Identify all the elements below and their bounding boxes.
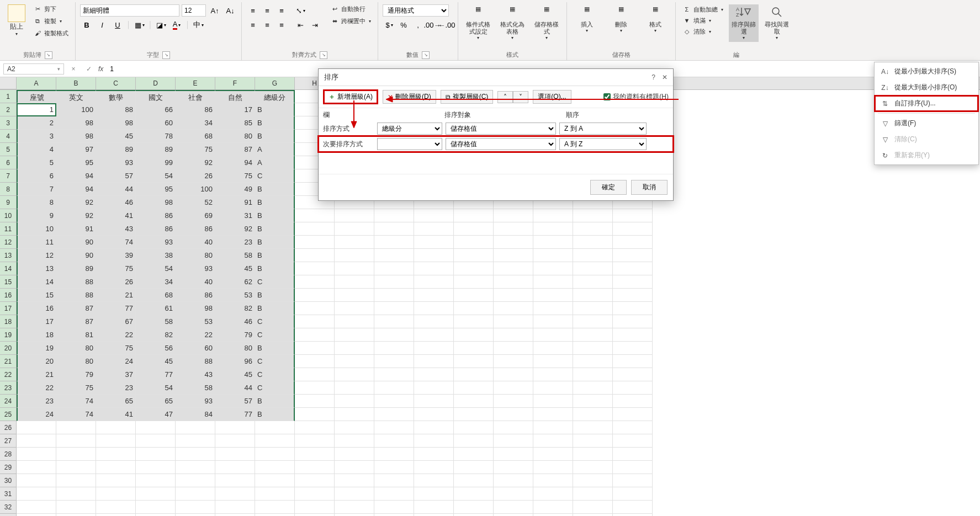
cell[interactable]: 13 [17, 262, 56, 275]
cell[interactable] [374, 474, 414, 487]
cell[interactable] [494, 236, 533, 249]
cell[interactable] [454, 368, 494, 381]
cell[interactable]: 100 [56, 103, 96, 116]
cell[interactable] [215, 461, 255, 474]
cell[interactable] [414, 355, 454, 368]
cell[interactable]: 45 [215, 262, 255, 275]
row-header[interactable]: 28 [0, 448, 17, 461]
sort-order-select[interactable]: A 到 Z [559, 138, 647, 150]
cell[interactable] [295, 355, 335, 368]
insert-button[interactable]: ▦插入▾ [571, 4, 602, 35]
cell[interactable] [176, 421, 215, 434]
row-header[interactable]: 33 [0, 514, 17, 516]
cell[interactable] [374, 408, 414, 421]
cell[interactable] [17, 474, 56, 487]
fill-button[interactable]: ▼填滿▾ [680, 15, 725, 25]
row-header[interactable]: 13 [0, 249, 17, 262]
row-header[interactable]: 22 [0, 368, 17, 381]
cell[interactable] [613, 289, 653, 302]
cell[interactable]: 95 [56, 156, 96, 169]
cell[interactable] [215, 421, 255, 434]
cell[interactable] [533, 408, 573, 421]
cell[interactable] [374, 342, 414, 355]
add-level-button[interactable]: ＋新增層級(A) [323, 89, 378, 104]
cell[interactable] [454, 421, 494, 434]
cell[interactable] [96, 421, 136, 434]
cell[interactable]: B [255, 262, 295, 275]
cell[interactable] [454, 328, 494, 342]
font-launcher[interactable]: ↘ [162, 51, 170, 59]
cell[interactable]: 22 [176, 328, 215, 342]
cell[interactable] [533, 381, 573, 395]
clipboard-launcher[interactable]: ↘ [45, 51, 52, 59]
cell[interactable] [96, 487, 136, 501]
cell[interactable] [17, 487, 56, 501]
cell[interactable] [533, 222, 573, 236]
cell[interactable]: 54 [136, 262, 176, 275]
cell[interactable] [533, 474, 573, 487]
cell[interactable] [176, 474, 215, 487]
cell[interactable]: C [255, 315, 295, 328]
cell[interactable]: 77 [136, 368, 176, 381]
cell[interactable]: 44 [215, 381, 255, 395]
sort-options-button[interactable]: 選項(O)... [533, 90, 571, 104]
cell[interactable] [454, 262, 494, 275]
row-header[interactable]: 5 [0, 143, 17, 156]
decrease-decimal-button[interactable]: ←.00 [440, 19, 453, 31]
cell[interactable] [96, 474, 136, 487]
row-header[interactable]: 32 [0, 501, 17, 514]
cell[interactable]: 82 [215, 302, 255, 315]
cell[interactable]: 84 [176, 408, 215, 421]
wrap-text-button[interactable]: ↩自動換行 [328, 3, 373, 14]
cell[interactable] [494, 328, 533, 342]
column-header[interactable]: D [136, 77, 176, 89]
cell[interactable]: 22 [96, 328, 136, 342]
cell[interactable]: 93 [136, 236, 176, 249]
cell[interactable] [533, 434, 573, 448]
align-right-button[interactable]: ≡ [275, 19, 288, 31]
cell[interactable]: 國文 [136, 90, 176, 103]
cell[interactable]: 24 [17, 408, 56, 421]
cell[interactable] [295, 222, 335, 236]
cell[interactable] [494, 262, 533, 275]
enter-fx-button[interactable]: ✓ [83, 65, 95, 73]
cell[interactable] [533, 289, 573, 302]
cell[interactable] [454, 315, 494, 328]
menu-custom-sort[interactable]: ⇅自訂排序(U)... [875, 95, 978, 111]
cell[interactable] [494, 342, 533, 355]
cell[interactable] [136, 487, 176, 501]
cell[interactable]: 54 [136, 381, 176, 395]
row-header[interactable]: 25 [0, 408, 17, 421]
cell[interactable] [494, 501, 533, 514]
cell[interactable] [56, 434, 96, 448]
cell[interactable] [494, 395, 533, 408]
align-left-button[interactable]: ≡ [246, 19, 259, 31]
cell[interactable] [295, 249, 335, 262]
cell[interactable] [494, 355, 533, 368]
cell[interactable] [454, 461, 494, 474]
cell[interactable] [414, 302, 454, 315]
cell[interactable] [454, 381, 494, 395]
cell[interactable] [17, 501, 56, 514]
cell[interactable] [215, 487, 255, 501]
align-top-button[interactable]: ≡ [246, 4, 259, 17]
menu-sort-desc[interactable]: Z↓從最大到最小排序(O) [875, 79, 978, 95]
sort-on-select[interactable]: 儲存格值 [446, 123, 556, 135]
cell[interactable] [295, 328, 335, 342]
cell[interactable] [613, 342, 653, 355]
cell[interactable] [533, 461, 573, 474]
cell[interactable]: C [255, 275, 295, 289]
cell[interactable]: C [255, 381, 295, 395]
delete-button[interactable]: ▦刪除▾ [606, 4, 637, 35]
cell[interactable]: 社會 [176, 90, 215, 103]
format-painter-button[interactable]: 🖌複製格式 [31, 28, 71, 39]
cell[interactable]: 43 [96, 222, 136, 236]
cell[interactable]: 46 [96, 196, 136, 209]
cell[interactable] [335, 368, 374, 381]
cell[interactable] [295, 368, 335, 381]
cell[interactable] [295, 448, 335, 461]
cell[interactable]: B [255, 209, 295, 222]
row-header[interactable]: 31 [0, 487, 17, 501]
cell[interactable] [613, 328, 653, 342]
cell[interactable]: 90 [56, 249, 96, 262]
